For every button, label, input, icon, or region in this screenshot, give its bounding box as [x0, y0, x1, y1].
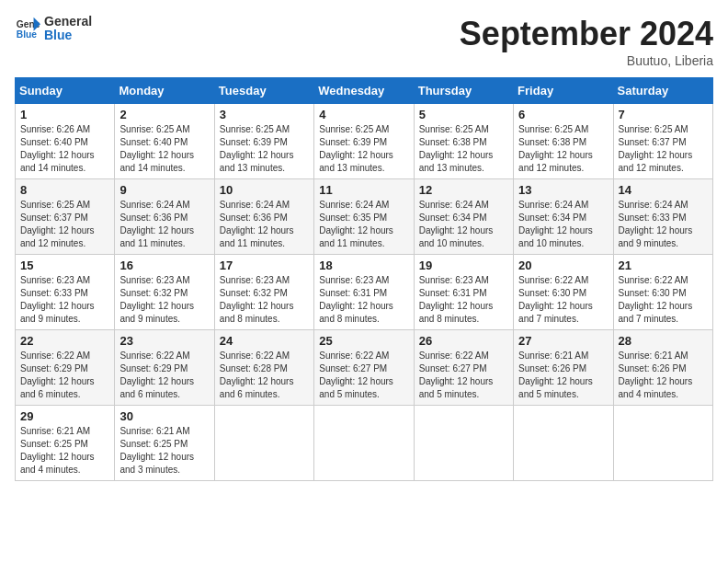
day-number: 26 [419, 334, 508, 348]
day-number: 9 [119, 183, 209, 197]
day-number: 17 [220, 259, 309, 272]
day-info: Sunrise: 6:24 AMSunset: 6:35 PMDaylight:… [319, 199, 408, 250]
day-number: 27 [518, 334, 608, 348]
day-info: Sunrise: 6:24 AMSunset: 6:33 PMDaylight:… [619, 199, 708, 250]
day-of-week-header: Sunday [16, 78, 115, 104]
calendar-cell: 15Sunrise: 6:23 AMSunset: 6:33 PMDayligh… [16, 255, 115, 330]
calendar-week-row: 8Sunrise: 6:25 AMSunset: 6:37 PMDaylight… [16, 179, 713, 255]
day-number: 12 [419, 183, 508, 197]
day-info: Sunrise: 6:24 AMSunset: 6:36 PMDaylight:… [119, 199, 209, 250]
calendar-cell: 19Sunrise: 6:23 AMSunset: 6:31 PMDayligh… [414, 255, 513, 330]
calendar-cell: 6Sunrise: 6:25 AMSunset: 6:38 PMDaylight… [514, 104, 613, 179]
day-info: Sunrise: 6:23 AMSunset: 6:31 PMDaylight:… [319, 274, 408, 326]
day-info: Sunrise: 6:22 AMSunset: 6:27 PMDaylight:… [319, 350, 408, 401]
calendar-cell: 11Sunrise: 6:24 AMSunset: 6:35 PMDayligh… [314, 179, 414, 255]
calendar-cell: 2Sunrise: 6:25 AMSunset: 6:40 PMDaylight… [115, 104, 214, 179]
calendar-cell: 24Sunrise: 6:22 AMSunset: 6:28 PMDayligh… [214, 330, 313, 406]
logo-text-blue: Blue [44, 29, 92, 42]
day-info: Sunrise: 6:24 AMSunset: 6:36 PMDaylight:… [220, 199, 309, 250]
day-info: Sunrise: 6:23 AMSunset: 6:33 PMDaylight:… [20, 274, 109, 326]
day-number: 3 [220, 108, 309, 121]
day-number: 24 [220, 334, 309, 348]
day-info: Sunrise: 6:25 AMSunset: 6:37 PMDaylight:… [619, 123, 708, 175]
calendar-cell: 5Sunrise: 6:25 AMSunset: 6:38 PMDaylight… [414, 104, 513, 179]
svg-text:Blue: Blue [17, 30, 38, 40]
day-info: Sunrise: 6:22 AMSunset: 6:27 PMDaylight:… [419, 350, 508, 401]
day-of-week-header: Tuesday [214, 78, 313, 104]
calendar-cell [314, 406, 414, 481]
day-of-week-header: Monday [115, 78, 214, 104]
calendar-cell: 13Sunrise: 6:24 AMSunset: 6:34 PMDayligh… [514, 179, 613, 255]
calendar-cell: 28Sunrise: 6:21 AMSunset: 6:26 PMDayligh… [613, 330, 712, 406]
day-number: 13 [518, 183, 608, 197]
logo: General Blue General Blue [15, 15, 92, 43]
day-info: Sunrise: 6:25 AMSunset: 6:39 PMDaylight:… [220, 123, 309, 175]
day-number: 19 [419, 259, 508, 272]
calendar-cell: 7Sunrise: 6:25 AMSunset: 6:37 PMDaylight… [613, 104, 712, 179]
calendar-cell [414, 406, 513, 481]
day-number: 25 [319, 334, 408, 348]
calendar-week-row: 1Sunrise: 6:26 AMSunset: 6:40 PMDaylight… [16, 104, 713, 179]
calendar-cell [214, 406, 313, 481]
calendar-header-row: SundayMondayTuesdayWednesdayThursdayFrid… [16, 78, 713, 104]
day-number: 5 [419, 108, 508, 121]
calendar-cell: 14Sunrise: 6:24 AMSunset: 6:33 PMDayligh… [613, 179, 712, 255]
page-header: General Blue General Blue September 2024… [15, 15, 713, 68]
calendar-cell: 1Sunrise: 6:26 AMSunset: 6:40 PMDaylight… [16, 104, 115, 179]
calendar-cell: 25Sunrise: 6:22 AMSunset: 6:27 PMDayligh… [314, 330, 414, 406]
day-info: Sunrise: 6:25 AMSunset: 6:39 PMDaylight:… [319, 123, 408, 175]
calendar-table: SundayMondayTuesdayWednesdayThursdayFrid… [15, 77, 713, 481]
logo-text-general: General [44, 15, 92, 29]
logo-icon: General Blue [15, 16, 40, 41]
day-info: Sunrise: 6:22 AMSunset: 6:29 PMDaylight:… [20, 350, 109, 401]
calendar-cell: 27Sunrise: 6:21 AMSunset: 6:26 PMDayligh… [514, 330, 613, 406]
day-info: Sunrise: 6:22 AMSunset: 6:29 PMDaylight:… [119, 350, 209, 401]
calendar-cell: 10Sunrise: 6:24 AMSunset: 6:36 PMDayligh… [214, 179, 313, 255]
calendar-cell: 4Sunrise: 6:25 AMSunset: 6:39 PMDaylight… [314, 104, 414, 179]
calendar-week-row: 15Sunrise: 6:23 AMSunset: 6:33 PMDayligh… [16, 255, 713, 330]
calendar-cell: 17Sunrise: 6:23 AMSunset: 6:32 PMDayligh… [214, 255, 313, 330]
calendar-cell: 16Sunrise: 6:23 AMSunset: 6:32 PMDayligh… [115, 255, 214, 330]
calendar-cell [613, 406, 712, 481]
day-number: 30 [119, 409, 209, 423]
day-number: 23 [119, 334, 209, 348]
day-number: 15 [20, 259, 109, 272]
calendar-cell: 20Sunrise: 6:22 AMSunset: 6:30 PMDayligh… [514, 255, 613, 330]
calendar-cell: 30Sunrise: 6:21 AMSunset: 6:25 PMDayligh… [115, 406, 214, 481]
calendar-cell: 3Sunrise: 6:25 AMSunset: 6:39 PMDaylight… [214, 104, 313, 179]
day-info: Sunrise: 6:24 AMSunset: 6:34 PMDaylight:… [518, 199, 608, 250]
day-number: 18 [319, 259, 408, 272]
calendar-cell: 8Sunrise: 6:25 AMSunset: 6:37 PMDaylight… [16, 179, 115, 255]
calendar-cell: 12Sunrise: 6:24 AMSunset: 6:34 PMDayligh… [414, 179, 513, 255]
location: Buutuo, Liberia [460, 53, 713, 68]
day-number: 4 [319, 108, 408, 121]
day-number: 16 [119, 259, 209, 272]
day-of-week-header: Saturday [613, 78, 712, 104]
day-number: 10 [220, 183, 309, 197]
day-number: 2 [119, 108, 209, 121]
day-info: Sunrise: 6:21 AMSunset: 6:25 PMDaylight:… [119, 425, 209, 477]
day-number: 8 [20, 183, 109, 197]
day-info: Sunrise: 6:24 AMSunset: 6:34 PMDaylight:… [419, 199, 508, 250]
calendar-week-row: 29Sunrise: 6:21 AMSunset: 6:25 PMDayligh… [16, 406, 713, 481]
day-number: 21 [619, 259, 708, 272]
day-number: 29 [20, 409, 109, 423]
calendar-week-row: 22Sunrise: 6:22 AMSunset: 6:29 PMDayligh… [16, 330, 713, 406]
calendar-cell: 26Sunrise: 6:22 AMSunset: 6:27 PMDayligh… [414, 330, 513, 406]
day-info: Sunrise: 6:22 AMSunset: 6:30 PMDaylight:… [518, 274, 608, 326]
day-info: Sunrise: 6:26 AMSunset: 6:40 PMDaylight:… [20, 123, 109, 175]
day-number: 28 [619, 334, 708, 348]
day-info: Sunrise: 6:22 AMSunset: 6:28 PMDaylight:… [220, 350, 309, 401]
day-number: 20 [518, 259, 608, 272]
day-of-week-header: Thursday [414, 78, 513, 104]
day-info: Sunrise: 6:25 AMSunset: 6:40 PMDaylight:… [119, 123, 209, 175]
day-info: Sunrise: 6:23 AMSunset: 6:32 PMDaylight:… [119, 274, 209, 326]
calendar-cell: 21Sunrise: 6:22 AMSunset: 6:30 PMDayligh… [613, 255, 712, 330]
calendar-cell: 22Sunrise: 6:22 AMSunset: 6:29 PMDayligh… [16, 330, 115, 406]
day-info: Sunrise: 6:21 AMSunset: 6:26 PMDaylight:… [619, 350, 708, 401]
day-info: Sunrise: 6:21 AMSunset: 6:26 PMDaylight:… [518, 350, 608, 401]
calendar-cell: 9Sunrise: 6:24 AMSunset: 6:36 PMDaylight… [115, 179, 214, 255]
day-info: Sunrise: 6:23 AMSunset: 6:32 PMDaylight:… [220, 274, 309, 326]
day-info: Sunrise: 6:25 AMSunset: 6:38 PMDaylight:… [518, 123, 608, 175]
calendar-cell: 29Sunrise: 6:21 AMSunset: 6:25 PMDayligh… [16, 406, 115, 481]
